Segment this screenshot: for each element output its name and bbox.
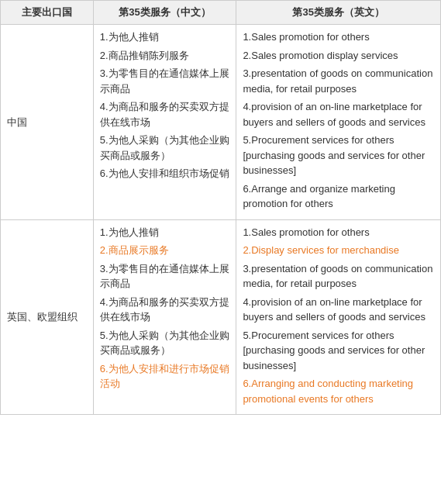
cn-item-1-5: 6.为他人安排和进行市场促销活动 [100, 361, 230, 392]
country-cell-0: 中国 [1, 25, 94, 220]
cn-item-0-3: 4.为商品和服务的买卖双方提供在线市场 [100, 99, 230, 129]
en-item-0-4: 5.Procurement services for others [purch… [243, 133, 434, 178]
cn-item-0-5: 6.为他人安排和组织市场促销 [100, 166, 230, 181]
header-en: 第35类服务（英文） [236, 1, 441, 25]
en-item-0-0: 1.Sales promotion for others [243, 29, 434, 45]
cn-item-0-2: 3.为零售目的在通信媒体上展示商品 [100, 66, 230, 96]
en-item-1-2: 3.presentation of goods on communication… [243, 261, 434, 292]
cn-item-0-4: 5.为他人采购（为其他企业购买商品或服务） [100, 133, 230, 163]
en-items-cell-0: 1.Sales promotion for others2.Sales prom… [236, 25, 441, 220]
cn-item-1-3: 4.为商品和服务的买卖双方提供在线市场 [100, 295, 230, 325]
cn-items-cell-1: 1.为他人推销2.商品展示服务3.为零售目的在通信媒体上展示商品4.为商品和服务… [93, 219, 236, 415]
country-cell-1: 英国、欧盟组织 [1, 219, 94, 415]
en-item-0-1: 2.Sales promotion display services [243, 48, 434, 64]
cn-items-cell-0: 1.为他人推销2.商品推销陈列服务3.为零售目的在通信媒体上展示商品4.为商品和… [93, 25, 236, 220]
en-item-0-5: 6.Arrange and organize marketing promoti… [243, 181, 434, 212]
en-item-1-1: 2.Display services for merchandise [243, 243, 434, 258]
en-items-cell-1: 1.Sales promotion for others2.Display se… [236, 219, 441, 415]
header-country: 主要出口国 [1, 1, 94, 25]
cn-item-1-2: 3.为零售目的在通信媒体上展示商品 [100, 261, 230, 292]
cn-item-1-0: 1.为他人推销 [100, 225, 230, 240]
header-cn: 第35类服务（中文） [93, 1, 236, 25]
en-item-1-4: 5.Procurement services for others [purch… [243, 328, 434, 374]
cn-item-0-0: 1.为他人推销 [100, 29, 230, 45]
cn-item-0-1: 2.商品推销陈列服务 [100, 48, 230, 64]
en-item-0-2: 3.presentation of goods on communication… [243, 66, 434, 96]
en-item-1-5: 6.Arranging and conducting marketing pro… [243, 376, 434, 406]
cn-item-1-1: 2.商品展示服务 [100, 243, 230, 258]
cn-item-1-4: 5.为他人采购（为其他企业购买商品或服务） [100, 328, 230, 358]
en-item-1-0: 1.Sales promotion for others [243, 225, 434, 240]
en-item-0-3: 4.provision of an on-line marketplace fo… [243, 99, 434, 129]
en-item-1-3: 4.provision of an on-line marketplace fo… [243, 295, 434, 325]
